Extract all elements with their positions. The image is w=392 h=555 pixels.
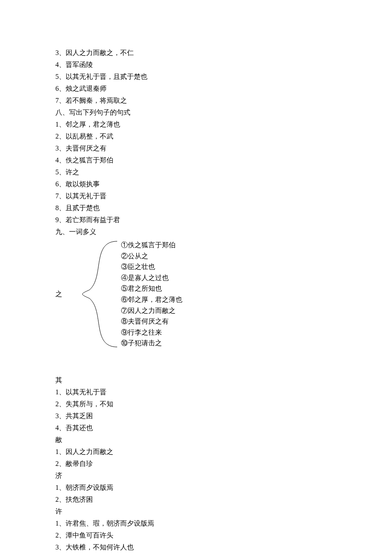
text-line: 九、一词多义	[55, 226, 337, 238]
zhi-item: ③臣之壮也	[121, 261, 182, 272]
zhi-character: 之	[55, 288, 72, 300]
zhi-brace-section: 之 ①佚之狐言于郑伯 ②公从之 ③臣之壮也 ④是寡人之过也 ⑤君之所知也 ⑥邻之…	[55, 239, 337, 350]
text-line: 八、写出下列句子的句式	[55, 107, 337, 119]
text-line: 许	[55, 506, 337, 517]
text-line: 9、若亡郑而有益于君	[55, 214, 337, 226]
left-brace-icon	[72, 239, 119, 350]
text-line: 1、许君焦、瑕，朝济而夕设版焉	[55, 517, 337, 529]
text-line: 3、大铁椎，不知何许人也	[55, 541, 337, 553]
zhi-item: ④是寡人之过也	[121, 272, 182, 283]
text-line: 1、因人之力而敝之	[55, 446, 337, 458]
text-line: 7、以其无礼于晋	[55, 190, 337, 202]
text-line: 2、扶危济困	[55, 494, 337, 506]
vertical-gap	[55, 350, 337, 374]
zhi-item: ⑦因人之力而敝之	[121, 305, 182, 316]
zhi-item: ⑥邻之厚，君之薄也	[121, 294, 182, 305]
zhi-item: ②公从之	[121, 251, 182, 262]
zhi-item: ⑧夫晋何厌之有	[121, 316, 182, 327]
document-page: 3、因人之力而敝之，不仁 4、晋军函陵 5、以其无礼于晋，且贰于楚也 6、烛之武…	[0, 0, 392, 555]
text-line: 4、佚之狐言于郑伯	[55, 154, 337, 166]
text-line: 济	[55, 470, 337, 482]
text-line: 3、共其乏困	[55, 410, 337, 422]
text-line: 1、邻之厚，君之薄也	[55, 119, 337, 130]
bottom-lines-block: 其 1、以其无礼于晋 2、失其所与，不知 3、共其乏困 4、吾其还也 敝 1、因…	[55, 374, 337, 553]
zhi-item: ⑤君之所知也	[121, 283, 182, 294]
text-line: 2、失其所与，不知	[55, 398, 337, 410]
zhi-item: ⑨行李之往来	[121, 327, 182, 338]
text-line: 7、若不阙秦，将焉取之	[55, 95, 337, 107]
text-line: 4、吾其还也	[55, 422, 337, 434]
text-line: 2、敝帚自珍	[55, 458, 337, 470]
text-line: 2、潭中鱼可百许头	[55, 529, 337, 541]
text-line: 3、因人之力而敝之，不仁	[55, 47, 337, 59]
zhi-item: ①佚之狐言于郑伯	[121, 240, 182, 251]
text-line: 3、夫晋何厌之有	[55, 142, 337, 154]
text-line: 敝	[55, 434, 337, 446]
text-line: 8、且贰于楚也	[55, 202, 337, 214]
text-line: 1、朝济而夕设版焉	[55, 482, 337, 494]
text-line: 6、烛之武退秦师	[55, 83, 337, 95]
text-line: 5、以其无礼于晋，且贰于楚也	[55, 71, 337, 83]
text-line: 1、以其无礼于晋	[55, 386, 337, 398]
text-line: 4、晋军函陵	[55, 59, 337, 71]
text-line: 6、敢以烦执事	[55, 178, 337, 190]
text-line: 其	[55, 374, 337, 386]
text-line: 5、许之	[55, 166, 337, 178]
text-line: 2、以乱易整，不武	[55, 130, 337, 142]
top-lines-block: 3、因人之力而敝之，不仁 4、晋军函陵 5、以其无礼于晋，且贰于楚也 6、烛之武…	[55, 47, 337, 238]
zhi-item: ⑩子犯请击之	[121, 338, 182, 349]
zhi-items-block: ①佚之狐言于郑伯 ②公从之 ③臣之壮也 ④是寡人之过也 ⑤君之所知也 ⑥邻之厚，…	[119, 240, 182, 349]
